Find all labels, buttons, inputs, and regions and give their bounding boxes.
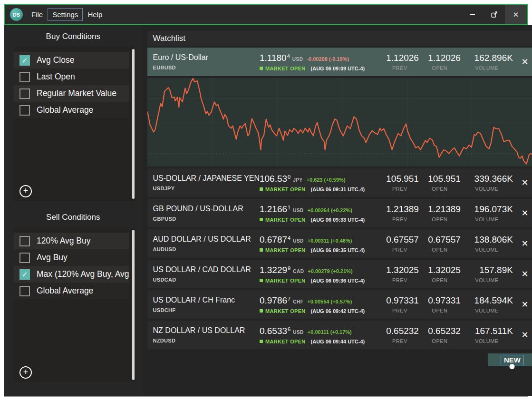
watchlist-row[interactable]: Euro / US-DollarEURUSD1.11804USD-0.00208…	[147, 48, 532, 76]
remove-row-button[interactable]: ✕	[521, 330, 528, 340]
remove-row-button[interactable]: ✕	[521, 238, 528, 249]
remove-row-button[interactable]: ✕	[521, 57, 528, 67]
prev-label: PREV	[392, 247, 407, 253]
watchlist-row[interactable]: AUD DOLLAR / US DOLLARAUDUSD0.67874USD+0…	[147, 229, 532, 258]
sell-list-scrollbar[interactable]	[132, 230, 135, 380]
open-cell: 1.32025OPEN	[419, 260, 461, 288]
menu-help[interactable]: Help	[83, 8, 107, 21]
volume-value: 162.896K	[474, 53, 513, 63]
currency-code: USD	[292, 57, 303, 62]
watchlist-row[interactable]: GB POUND / US-DOLLARGBPUSD1.21661USD+0.0…	[147, 199, 532, 227]
prev-label: PREV	[392, 186, 407, 192]
volume-label: VOLUME	[475, 216, 498, 222]
buy-condition-item[interactable]: Last Open	[14, 68, 129, 85]
market-status-text: MARKET OPEN	[265, 278, 306, 284]
market-status-text: MARKET OPEN	[265, 66, 306, 71]
remove-row-button[interactable]: ✕	[521, 177, 528, 188]
prev-value: 1.32025	[386, 265, 419, 275]
remove-cell: ✕	[513, 48, 532, 76]
close-button[interactable]: ✕	[505, 5, 527, 24]
menu-file[interactable]: File	[27, 8, 48, 21]
sidebar: Buy Conditions ✓Avg CloseLast OpenRegula…	[4, 25, 142, 396]
market-open-square-icon	[260, 187, 263, 191]
volume-label: VOLUME	[475, 65, 498, 71]
price-superscript: 6	[288, 326, 290, 332]
market-open-square-icon	[260, 309, 263, 313]
remove-row-button[interactable]: ✕	[521, 208, 528, 218]
quote-timestamp: (AUG 06 09:36 UTC-4)	[311, 278, 365, 284]
checkbox[interactable]	[19, 253, 30, 263]
checkbox[interactable]	[19, 72, 30, 82]
price-superscript: 7	[288, 296, 290, 302]
condition-label: Max (120% Avg Buy, Avg	[37, 269, 129, 279]
checkbox[interactable]: ✓	[19, 55, 30, 66]
window-controls: ✕	[461, 5, 527, 24]
volume-cell: 196.073KVOLUME	[461, 199, 513, 227]
remove-cell: ✕	[513, 321, 532, 349]
market-status-text: MARKET OPEN	[265, 339, 306, 344]
condition-label: Avg Buy	[37, 253, 68, 263]
price-value: 0.9786	[260, 295, 287, 306]
price-line: 0.67874USD+0.00311 (+0.46%)	[260, 235, 381, 245]
price-cell: 0.65336USD+0.00111 (+0.17%)MARKET OPEN(A…	[260, 321, 381, 349]
open-value: 1.32025	[428, 265, 461, 275]
volume-label: VOLUME	[475, 338, 498, 344]
market-open-square-icon	[260, 340, 263, 343]
price-line: 0.97867CHF+0.00554 (+0.57%)	[260, 295, 381, 306]
prev-label: PREV	[392, 65, 407, 71]
pair-ticker: USDCHF	[153, 307, 260, 313]
open-cell: 1.21389OPEN	[419, 199, 461, 227]
add-sell-condition-button[interactable]: +	[19, 366, 32, 379]
buy-condition-item[interactable]: Regular Market Value	[14, 85, 129, 102]
plus-icon: +	[23, 186, 29, 196]
prev-cell: 1.21389PREV	[381, 199, 419, 227]
cursor-dot	[510, 364, 515, 369]
checkbox[interactable]	[19, 88, 30, 99]
pair-name-cell: AUD DOLLAR / US DOLLARAUDUSD	[147, 229, 260, 258]
pair-ticker: NZDUSD	[153, 338, 260, 343]
quote-timestamp: (AUG 06 09:35 UTC-4)	[311, 247, 365, 253]
price-cell: 106.530JPY+0.623 (+0.59%)MARKET OPEN(AUG…	[260, 168, 381, 197]
condition-label: Regular Market Value	[37, 88, 116, 98]
new-watchlist-item-button[interactable]: NEW	[488, 353, 532, 366]
price-value: 1.3229	[260, 265, 287, 275]
checkbox[interactable]: ✓	[19, 269, 30, 280]
market-status: MARKET OPEN	[260, 217, 306, 223]
add-buy-condition-button[interactable]: +	[19, 185, 32, 197]
buy-condition-item[interactable]: ✓Avg Close	[14, 52, 129, 68]
open-label: OPEN	[432, 186, 447, 192]
watchlist-row[interactable]: US DOLLAR / CH FrancUSDCHF0.97867CHF+0.0…	[147, 290, 532, 319]
maximize-button[interactable]	[483, 5, 505, 24]
checkbox[interactable]	[19, 236, 30, 246]
open-label: OPEN	[432, 247, 447, 253]
open-label: OPEN	[432, 338, 447, 344]
price-line: 1.21661USD+0.00264 (+0.22%)	[260, 204, 381, 215]
menu-bar: FileSettingsHelp	[27, 5, 107, 24]
price-cell: 1.21661USD+0.00264 (+0.22%)MARKET OPEN(A…	[260, 199, 381, 227]
watchlist-row[interactable]: NZ DOLLAR / US DOLLARNZDUSD0.65336USD+0.…	[147, 321, 532, 349]
market-open-square-icon	[260, 218, 263, 221]
checkbox[interactable]	[19, 105, 30, 116]
titlebar: DS FileSettingsHelp ✕	[4, 4, 528, 25]
remove-row-button[interactable]: ✕	[521, 299, 528, 310]
watchlist-row[interactable]: US-DOLLAR / JAPANESE YENUSDJPY106.530JPY…	[147, 168, 532, 197]
buy-condition-item[interactable]: Global Average	[14, 102, 129, 118]
menu-settings[interactable]: Settings	[48, 8, 83, 21]
watchlist-row[interactable]: US DOLLAR / CAD DOLLARUSDCAD1.32299CAD+0…	[147, 260, 532, 288]
prev-cell: 0.67557PREV	[381, 229, 419, 258]
quote-timestamp: (AUG 06 09:44 UTC-4)	[311, 339, 365, 344]
buy-list-scrollbar[interactable]	[132, 49, 135, 199]
market-status: MARKET OPEN	[260, 66, 306, 71]
market-status-text: MARKET OPEN	[265, 247, 306, 253]
price-value: 0.6533	[260, 326, 287, 336]
remove-row-button[interactable]: ✕	[521, 269, 528, 279]
sell-condition-item[interactable]: Avg Buy	[14, 249, 129, 266]
volume-value: 339.366K	[474, 174, 513, 184]
minimize-button[interactable]	[461, 5, 483, 24]
sell-condition-item[interactable]: 120% Avg Buy	[14, 233, 129, 249]
sell-condition-item[interactable]: Global Average	[14, 283, 129, 299]
sell-conditions-title: Sell Conditions	[4, 213, 142, 222]
volume-cell: 157.89KVOLUME	[461, 260, 513, 288]
checkbox[interactable]	[19, 286, 30, 296]
sell-condition-item[interactable]: ✓Max (120% Avg Buy, Avg	[14, 266, 129, 283]
